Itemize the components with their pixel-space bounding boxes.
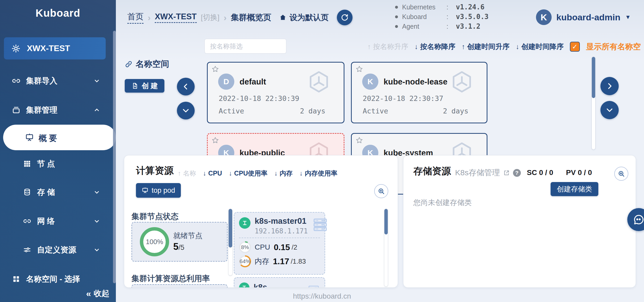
storage-zoom-button[interactable] bbox=[614, 167, 628, 181]
sidebar-item-label: 存 储 bbox=[37, 187, 55, 198]
ready-percent-ring: 100% bbox=[140, 227, 169, 256]
star-icon[interactable] bbox=[355, 136, 363, 144]
node-card-k8s-master02[interactable]: k8s-master02 bbox=[234, 277, 325, 288]
ready-nodes-box: 100% 就绪节点 5/5 bbox=[132, 222, 228, 262]
sort-cpu-usage[interactable]: ↓ CPU使用率 bbox=[229, 169, 267, 178]
presentation-board-icon bbox=[142, 187, 148, 194]
chevron-down-icon bbox=[93, 77, 100, 84]
pv-count: PV 0 / 0 bbox=[566, 168, 592, 177]
version-label: Kubernetes bbox=[402, 3, 446, 11]
sidebar-item-storage[interactable]: 存 储 bbox=[0, 184, 116, 201]
sidebar-item-label: 名称空间 - 选择 bbox=[26, 274, 80, 285]
create-storage-class-label: 创建存储类 bbox=[557, 184, 592, 194]
sort-created-asc[interactable]: ↑ 创建时间升序 bbox=[462, 42, 510, 51]
sidebar-scrollbar[interactable] bbox=[113, 31, 116, 283]
star-icon[interactable] bbox=[211, 136, 219, 144]
sidebar-item-cluster-manage[interactable]: 集群管理 bbox=[0, 102, 116, 118]
set-default-page-button[interactable]: 设为默认页 bbox=[279, 12, 329, 23]
external-link-icon bbox=[503, 170, 510, 176]
namespace-card-default[interactable]: D default 2022-10-18 22:30:39 Active 2 d… bbox=[207, 62, 344, 123]
namespace-scrollbar[interactable] bbox=[592, 57, 595, 149]
storage-subtitle: K8s存储管理 bbox=[455, 167, 500, 178]
cluster-switch-link[interactable]: [切换] bbox=[201, 13, 220, 22]
namespace-scroll-left-button[interactable] bbox=[177, 78, 195, 95]
sliders-icon bbox=[22, 246, 32, 254]
namespace-filter-input[interactable] bbox=[204, 39, 287, 54]
sidebar-item-namespace-select[interactable]: 名称空间 - 选择 bbox=[0, 271, 116, 287]
sidebar-cluster-item[interactable]: XWX-TEST bbox=[4, 37, 106, 59]
sidebar: Kuboard XWX-TEST 集群导入 bbox=[0, 0, 116, 302]
namespace-avatar: D bbox=[218, 74, 234, 90]
version-row: Kubernetes : v1.24.6 bbox=[395, 3, 488, 11]
version-colon: : bbox=[446, 23, 456, 30]
sort-memory[interactable]: ↓ 内存 bbox=[274, 169, 293, 178]
create-storage-class-button[interactable]: 创建存储类 bbox=[551, 182, 598, 196]
utilization-title: 集群计算资源总利用率 bbox=[132, 273, 210, 284]
node-name: k8s-master01 bbox=[255, 216, 306, 226]
namespaces-title: 名称空间 bbox=[136, 58, 169, 70]
show-all-checkbox[interactable]: ✓ bbox=[570, 42, 580, 52]
node-header: k8s-master01 192.168.1.171 bbox=[239, 217, 320, 235]
compute-zoom-button[interactable] bbox=[374, 184, 388, 198]
breadcrumb-separator: › bbox=[224, 13, 226, 23]
top-pod-label: top pod bbox=[152, 186, 175, 195]
footer-link[interactable]: https://kuboard.cn bbox=[0, 292, 644, 300]
home-icon bbox=[279, 14, 287, 21]
breadcrumb-cluster-link[interactable]: XWX-TEST bbox=[155, 12, 196, 23]
ready-nodes-count: 5/5 bbox=[173, 241, 184, 252]
scrollbar-thumb[interactable] bbox=[592, 57, 595, 98]
sort-name-asc[interactable]: ↑ 按名称升序 bbox=[367, 42, 408, 51]
node-list-scrollbar-left[interactable] bbox=[229, 209, 232, 275]
sidebar-item-custom-resources[interactable]: 自定义资源 bbox=[0, 241, 116, 258]
namespace-name: default bbox=[240, 77, 266, 87]
sort-created-desc[interactable]: ↓ 创建时间降序 bbox=[516, 42, 564, 51]
node-list-scrollbar-right[interactable] bbox=[384, 209, 388, 286]
help-icon[interactable]: ? bbox=[513, 169, 521, 177]
user-menu[interactable]: K kuboard-admin ▼ bbox=[536, 9, 631, 25]
sidebar-item-cluster-import[interactable]: 集群导入 bbox=[0, 73, 116, 89]
version-row: Agent : v3.1.2 bbox=[395, 22, 488, 30]
bullet-icon bbox=[395, 6, 398, 9]
node-card-k8s-master01[interactable]: k8s-master01 192.168.1.171 8% CPU 0.15 /… bbox=[234, 212, 325, 275]
namespace-scroll-right-button[interactable] bbox=[600, 77, 619, 95]
top-pod-button[interactable]: top pod bbox=[136, 183, 181, 198]
refresh-button[interactable] bbox=[337, 10, 353, 25]
document-plus-icon bbox=[131, 82, 139, 89]
node-status-icon bbox=[239, 282, 249, 288]
sort-node-name[interactable]: ↑ 名称 bbox=[178, 169, 196, 178]
breadcrumb-home-link[interactable]: 首页 bbox=[127, 11, 144, 24]
star-icon[interactable] bbox=[355, 65, 363, 73]
sort-memory-usage[interactable]: ↓ 内存使用率 bbox=[300, 169, 338, 178]
node-status-icon bbox=[239, 217, 251, 229]
sidebar-item-overview-active[interactable]: 概 要 bbox=[3, 125, 116, 150]
cpu-usage-ring: 8% bbox=[239, 241, 251, 253]
sidebar-item-nodes[interactable]: 节 点 bbox=[0, 155, 116, 172]
chain-icon bbox=[22, 217, 32, 225]
arrow-down-icon: ↓ bbox=[415, 43, 418, 51]
show-all-label[interactable]: 显示所有名称空 bbox=[586, 41, 641, 52]
memory-used: 1.17 bbox=[273, 257, 289, 266]
sidebar-item-network[interactable]: 网 络 bbox=[0, 213, 116, 229]
sort-name-desc[interactable]: ↓ 按名称降序 bbox=[415, 42, 456, 51]
namespaces-section-link[interactable]: 名称空间 bbox=[125, 58, 169, 70]
sort-cpu[interactable]: ↓ CPU bbox=[203, 170, 222, 177]
k8s-storage-link[interactable]: K8s存储管理 ? bbox=[455, 167, 521, 178]
scrollbar-thumb[interactable] bbox=[229, 209, 232, 247]
memory-usage-ring: 64% bbox=[239, 255, 251, 267]
node-cpu-row: 8% CPU 0.15 /2 bbox=[239, 241, 320, 253]
app-logo: Kuboard bbox=[0, 7, 116, 19]
create-namespace-button[interactable]: 创 建 bbox=[125, 79, 164, 93]
arrow-down-icon: ↓ bbox=[274, 170, 278, 177]
version-info: Kubernetes : v1.24.6 Kuboard : v3.5.0.3 … bbox=[395, 3, 488, 30]
link-icon bbox=[125, 60, 133, 68]
version-value: v3.1.2 bbox=[456, 22, 480, 30]
scrollbar-thumb[interactable] bbox=[384, 209, 388, 234]
bullet-icon bbox=[395, 25, 398, 28]
server-rack-icon bbox=[307, 282, 320, 288]
namespace-card-kube-node-lease[interactable]: K kube-node-lease 2022-10-18 22:30:37 Ac… bbox=[351, 62, 487, 123]
sidebar-item-label: 网 络 bbox=[37, 216, 55, 227]
kubernetes-logo-icon bbox=[307, 70, 331, 95]
namespace-expand-down-button-right[interactable] bbox=[600, 101, 619, 119]
star-icon[interactable] bbox=[211, 65, 219, 73]
namespace-expand-down-button[interactable] bbox=[177, 102, 195, 119]
